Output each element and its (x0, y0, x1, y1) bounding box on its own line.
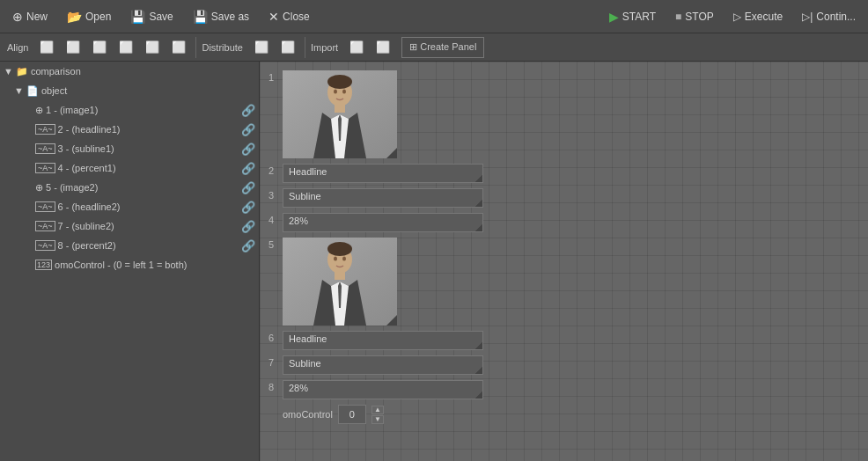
create-panel-button[interactable]: ⊞ Create Panel (401, 37, 484, 58)
close-label: Close (283, 11, 310, 23)
import-btn1[interactable]: ⬜ (345, 37, 368, 58)
sidebar-item-3-label: 3 - (subline1) (58, 143, 114, 154)
svg-point-11 (327, 242, 352, 256)
align-left-button[interactable]: ⬜ (35, 37, 58, 58)
canvas-slot-5: 5 (268, 238, 859, 326)
headline1-field[interactable]: Headline (283, 164, 483, 183)
omo-up-button[interactable]: ▲ (371, 406, 384, 414)
image1-canvas[interactable] (283, 70, 397, 158)
import-btn2[interactable]: ⬜ (371, 37, 394, 58)
sidebar-item-8-label: 8 - (percent2) (58, 240, 116, 251)
align-right-button[interactable]: ⬜ (88, 37, 111, 58)
align-bottom-button[interactable]: ⬜ (167, 37, 190, 58)
top-toolbar: ⊕ New 📂 Open 💾 Save 💾 Save as ✕ Close ▶ … (0, 0, 868, 33)
image2-canvas[interactable] (283, 238, 397, 326)
person2-svg (283, 238, 397, 326)
canvas-slot-2: 2 Headline (268, 164, 859, 183)
continue-button[interactable]: ▷| Contin... (793, 7, 864, 26)
omo-input[interactable] (338, 405, 366, 424)
svg-rect-10 (335, 271, 345, 280)
sidebar-item-1[interactable]: ⊕ 1 - (image1) 🔗 (0, 100, 259, 120)
link-icon-6: 🔗 (241, 201, 255, 214)
import-label: Import (311, 42, 338, 53)
omo-control-row: omoControl ▲ ▼ (268, 405, 859, 424)
svg-point-5 (334, 90, 337, 94)
main-area: ▼ 📁 comparison ▼ 📄 object ⊕ 1 - (image1)… (0, 62, 868, 461)
omo-arrows: ▲ ▼ (371, 406, 384, 424)
omo-label: omoControl (283, 409, 333, 420)
subline2-field[interactable]: Subline (283, 355, 483, 375)
distribute-v-button[interactable]: ⬜ (276, 37, 299, 58)
slot-2-num: 2 (268, 164, 279, 176)
corner-mark-6 (475, 342, 482, 349)
sidebar-item-4-label: 4 - (percent1) (58, 163, 116, 173)
tree-root-comparison[interactable]: ▼ 📁 comparison (0, 62, 259, 81)
canvas-slot-7: 7 Subline (268, 355, 859, 375)
sidebar-item-3[interactable]: ~A~ 3 - (subline1) 🔗 (0, 139, 259, 158)
corner-mark-7 (475, 367, 482, 374)
folder-icon: 📁 (16, 66, 28, 77)
slot-5-num: 5 (268, 238, 279, 250)
percent1-value: 28% (289, 216, 308, 226)
headline2-icon: ~A~ (35, 201, 55, 212)
close-icon: ✕ (268, 10, 279, 24)
percent1-field[interactable]: 28% (283, 213, 483, 232)
save-label: Save (149, 11, 173, 23)
canvas-slot-4: 4 28% (268, 213, 859, 232)
align-middle-button[interactable]: ⬜ (141, 37, 164, 58)
save-icon: 💾 (130, 10, 145, 24)
subline1-icon: ~A~ (35, 143, 55, 154)
subline1-field[interactable]: Subline (283, 188, 483, 208)
sidebar-item-4[interactable]: ~A~ 4 - (percent1) 🔗 (0, 158, 259, 178)
close-button[interactable]: ✕ Close (260, 3, 319, 31)
sidebar-item-2[interactable]: ~A~ 2 - (headline1) 🔗 (0, 120, 259, 139)
save-as-icon: 💾 (193, 10, 208, 24)
link-icon-5: 🔗 (241, 181, 255, 194)
distribute-label: Distribute (202, 42, 242, 53)
stop-button[interactable]: ■ STOP (666, 7, 723, 26)
tree-root-label: comparison (31, 66, 81, 77)
canvas-slot-1: 1 (268, 70, 859, 158)
tree-object[interactable]: ▼ 📄 object (0, 81, 259, 100)
open-button[interactable]: 📂 Open (58, 3, 120, 31)
slot-4-num: 4 (268, 213, 279, 225)
toolbar-sep-2 (305, 37, 305, 58)
new-button[interactable]: ⊕ New (4, 3, 56, 31)
align-center-button[interactable]: ⬜ (62, 37, 85, 58)
execute-button[interactable]: ▷ Execute (725, 7, 791, 26)
svg-point-4 (327, 75, 352, 89)
omo-down-button[interactable]: ▼ (371, 415, 384, 424)
align-top-button[interactable]: ⬜ (114, 37, 137, 58)
link-icon-7: 🔗 (241, 220, 255, 233)
canvas-slot-3: 3 Subline (268, 188, 859, 208)
save-as-button[interactable]: 💾 Save as (184, 3, 258, 31)
sidebar-item-9[interactable]: 123 omoControl - (0 = left 1 = both) (0, 255, 259, 274)
toolbar-right: ▶ START ■ STOP ▷ Execute ▷| Contin... (600, 6, 864, 27)
sidebar-item-7-label: 7 - (subline2) (58, 221, 114, 231)
stop-label: STOP (685, 11, 713, 23)
omo-icon: 123 (35, 260, 52, 270)
canvas-slot-6: 6 Headline (268, 331, 859, 350)
canvas-area: 1 (260, 62, 868, 461)
subline2-icon: ~A~ (35, 221, 55, 231)
headline1-value: Headline (289, 166, 327, 177)
sidebar: ▼ 📁 comparison ▼ 📄 object ⊕ 1 - (image1)… (0, 62, 260, 461)
stop-icon: ■ (675, 11, 681, 23)
sidebar-item-8[interactable]: ~A~ 8 - (percent2) 🔗 (0, 236, 259, 255)
sidebar-item-5[interactable]: ⊕ 5 - (image2) 🔗 (0, 178, 259, 197)
headline2-field[interactable]: Headline (283, 331, 483, 350)
sidebar-item-1-label: 1 - (image1) (46, 105, 98, 115)
image1-icon: ⊕ (35, 105, 43, 116)
start-button[interactable]: ▶ START (600, 6, 665, 27)
save-button[interactable]: 💾 Save (121, 3, 181, 31)
sidebar-item-6[interactable]: ~A~ 6 - (headline2) 🔗 (0, 197, 259, 216)
start-label: START (622, 11, 656, 23)
distribute-h-button[interactable]: ⬜ (250, 37, 273, 58)
percent2-field[interactable]: 28% (283, 380, 483, 399)
save-as-label: Save as (211, 11, 249, 23)
new-label: New (26, 11, 48, 23)
sidebar-item-2-label: 2 - (headline1) (58, 124, 121, 135)
link-icon-3: 🔗 (241, 143, 255, 156)
align-toolbar: Align ⬜ ⬜ ⬜ ⬜ ⬜ ⬜ Distribute ⬜ ⬜ Import … (0, 33, 868, 62)
sidebar-item-7[interactable]: ~A~ 7 - (subline2) 🔗 (0, 216, 259, 236)
